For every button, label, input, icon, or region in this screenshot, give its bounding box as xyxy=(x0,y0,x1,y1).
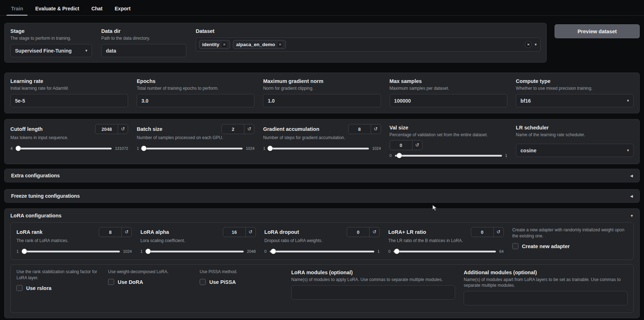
lora-alpha-value[interactable]: 16 xyxy=(223,230,245,235)
lora-rank-numbox[interactable]: 8 ↺ xyxy=(99,227,132,237)
lora-dropout-slider[interactable] xyxy=(270,251,374,252)
lora-alpha-numbox[interactable]: 16 ↺ xyxy=(223,227,256,237)
max-samples-input[interactable] xyxy=(390,94,507,107)
checkbox-icon[interactable] xyxy=(16,285,23,291)
create-new-adapter-checkbox-row[interactable]: Create new adapter xyxy=(512,243,628,249)
max-grad-norm-input[interactable] xyxy=(263,94,381,107)
additional-modules-input[interactable] xyxy=(464,291,628,305)
loraplus-lr-ratio-value[interactable]: 0 xyxy=(471,230,493,235)
lora-dropout-value[interactable]: 0 xyxy=(347,230,369,235)
stage-select[interactable]: Supervised Fine-Tuning ▾ xyxy=(10,44,92,57)
clear-all-icon[interactable]: ✕ xyxy=(525,41,532,48)
loraplus-lr-ratio-numbox[interactable]: 0 ↺ xyxy=(471,227,504,237)
grad-accumulation-desc: Number of steps for gradient accumulatio… xyxy=(263,135,381,141)
grad-accumulation-value[interactable]: 8 xyxy=(348,127,371,132)
slider-max-label: 131072 xyxy=(115,146,128,151)
slider-min-label: 0 xyxy=(390,153,392,158)
loraplus-lr-ratio-slider[interactable] xyxy=(394,251,496,252)
lora-dropout-column: LoRA dropout 0 ↺ Dropout ratio of LoRA w… xyxy=(264,227,380,254)
batch-size-desc: Number of samples processed on each GPU. xyxy=(137,135,254,141)
reset-icon[interactable]: ↺ xyxy=(412,141,422,150)
remove-chip-icon[interactable]: ✕ xyxy=(278,42,283,47)
create-adapter-desc: Create a new adapter with randomly initi… xyxy=(512,227,628,239)
reset-icon[interactable]: ↺ xyxy=(121,227,131,237)
epochs-input[interactable] xyxy=(137,94,254,107)
additional-modules-column: Additional modules (optional) Name(s) of… xyxy=(464,269,628,307)
lora-modules-input[interactable] xyxy=(291,285,455,300)
tab-export[interactable]: Export xyxy=(109,2,137,15)
datadir-input[interactable] xyxy=(101,44,186,57)
slider-handle[interactable] xyxy=(146,249,151,254)
val-size-desc: Percentage of validation set from the en… xyxy=(390,132,507,138)
loraplus-lr-ratio-label: LoRA+ LR ratio xyxy=(388,228,426,236)
val-size-value[interactable]: 0 xyxy=(390,143,412,148)
batch-size-value[interactable]: 2 xyxy=(222,127,244,132)
slider-handle[interactable] xyxy=(21,249,27,254)
reset-icon[interactable]: ↺ xyxy=(245,227,255,237)
dataset-chip[interactable]: alpaca_en_demo ✕ xyxy=(233,40,286,49)
loraplus-lr-ratio-column: LoRA+ LR ratio 0 ↺ The LR ratio of the B… xyxy=(388,227,503,254)
val-size-slider[interactable] xyxy=(395,155,502,157)
tab-evaluate-predict[interactable]: Evaluate & Predict xyxy=(29,2,85,15)
learning-rate-desc: Initial learning rate for AdamW. xyxy=(10,85,128,91)
slider-max-label: 64 xyxy=(499,249,503,254)
compute-type-select[interactable]: bf16 ▾ xyxy=(516,94,634,107)
slider-min-label: 1 xyxy=(16,249,19,254)
chevron-down-icon[interactable]: ▾ xyxy=(535,42,537,47)
reset-icon[interactable]: ↺ xyxy=(371,124,381,134)
preview-dataset-button[interactable]: Preview dataset xyxy=(555,24,640,38)
tab-bar: Train Evaluate & Predict Chat Export xyxy=(0,0,644,16)
lora-rank-slider[interactable] xyxy=(22,251,120,252)
slider-handle[interactable] xyxy=(396,153,402,158)
reset-icon[interactable]: ↺ xyxy=(369,227,379,237)
slider-handle[interactable] xyxy=(267,146,273,151)
cutoff-length-desc: Max tokens in input sequence. xyxy=(10,135,128,141)
slider-row-card: Cutoff length 2048 ↺ Max tokens in input… xyxy=(4,119,640,164)
compute-type-desc: Whether to use mixed precision training. xyxy=(516,85,634,91)
use-pissa-checkbox-row[interactable]: Use PiSSA xyxy=(200,279,283,285)
use-dora-checkbox-row[interactable]: Use DoRA xyxy=(108,279,191,285)
cutoff-length-value[interactable]: 2048 xyxy=(96,127,118,132)
slider-handle[interactable] xyxy=(271,249,276,254)
lora-rank-value[interactable]: 8 xyxy=(99,230,121,235)
use-dora-column: Use weight-decomposed LoRA. Use DoRA xyxy=(108,269,191,307)
learning-rate-column: Learning rate Initial learning rate for … xyxy=(10,78,128,107)
stage-label: Stage xyxy=(10,28,92,35)
lora-rank-label: LoRA rank xyxy=(16,228,43,236)
batch-size-numbox[interactable]: 2 ↺ xyxy=(221,124,254,134)
lr-scheduler-select[interactable]: cosine ▾ xyxy=(516,144,634,157)
reset-icon[interactable]: ↺ xyxy=(244,124,254,134)
val-size-numbox[interactable]: 0 ↺ xyxy=(390,140,423,150)
cutoff-length-numbox[interactable]: 2048 ↺ xyxy=(95,124,128,134)
cutoff-length-slider[interactable] xyxy=(16,148,112,149)
checkbox-icon[interactable] xyxy=(200,279,206,285)
dataset-multiselect[interactable]: identity ✕ alpaca_en_demo ✕ ✕ ▾ xyxy=(196,38,541,51)
checkbox-icon[interactable] xyxy=(108,279,114,285)
dataset-chip[interactable]: identity ✕ xyxy=(199,40,230,49)
slider-handle[interactable] xyxy=(141,146,146,151)
grad-accumulation-slider[interactable] xyxy=(269,148,369,149)
use-rslora-column: Use the rank stabilization scaling facto… xyxy=(16,269,99,307)
accordion-freeze-configurations[interactable]: Freeze tuning configurations ◀ xyxy=(4,189,640,203)
collapse-left-icon: ◀ xyxy=(630,194,633,198)
use-rslora-checkbox-row[interactable]: Use rslora xyxy=(16,285,99,291)
dataset-column: Dataset identity ✕ alpaca_en_demo ✕ ✕ ▾ xyxy=(196,28,541,57)
slider-handle[interactable] xyxy=(15,146,21,151)
reset-icon[interactable]: ↺ xyxy=(118,124,128,134)
tab-train[interactable]: Train xyxy=(5,2,29,15)
lora-alpha-slider[interactable] xyxy=(146,251,244,252)
batch-size-slider[interactable] xyxy=(142,148,243,149)
lora-dropout-label: LoRA dropout xyxy=(264,228,299,236)
checkbox-icon[interactable] xyxy=(512,243,518,249)
reset-icon[interactable]: ↺ xyxy=(493,227,503,237)
slider-min-label: 1 xyxy=(263,146,265,151)
lora-dropout-numbox[interactable]: 0 ↺ xyxy=(347,227,380,237)
grad-accumulation-numbox[interactable]: 8 ↺ xyxy=(348,124,381,134)
accordion-extra-configurations[interactable]: Extra configurations ◀ xyxy=(4,169,640,182)
tab-chat[interactable]: Chat xyxy=(85,2,108,15)
remove-chip-icon[interactable]: ✕ xyxy=(222,42,227,47)
slider-handle[interactable] xyxy=(394,249,399,254)
accordion-lora-configurations[interactable]: LoRA configurations ▼ xyxy=(10,209,634,222)
learning-rate-input[interactable] xyxy=(10,94,128,107)
additional-modules-desc: Name(s) of modules apart from LoRA layer… xyxy=(464,277,628,288)
